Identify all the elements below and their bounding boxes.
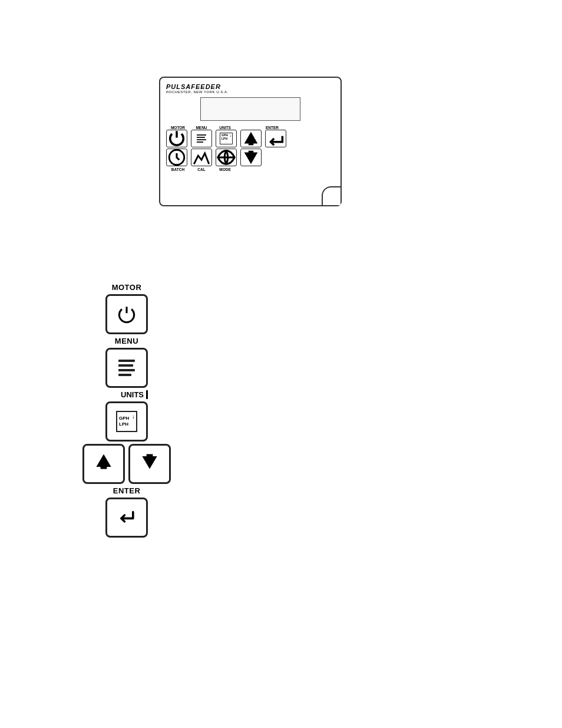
large-buttons-section: MOTOR MENU UNITS GPH LPH (82, 283, 171, 538)
enter-large-label: ENTER (113, 486, 141, 495)
svg-rect-1 (249, 140, 254, 146)
up-arrow-icon (93, 451, 114, 477)
cal-label-sm: CAL (190, 167, 213, 172)
enter-icon (116, 505, 137, 531)
enter-button-large[interactable] (105, 498, 148, 538)
units-label-wrap: UNITS (105, 390, 148, 399)
gph-text: GPH (119, 416, 129, 421)
svg-rect-9 (147, 454, 153, 459)
empty-sm (265, 149, 286, 166)
motor-button-large[interactable] (105, 294, 148, 334)
menu-button-sm[interactable] (191, 130, 212, 147)
down-button-large[interactable] (128, 444, 171, 484)
up-down-row (82, 444, 171, 484)
cal-button-sm[interactable] (191, 149, 212, 166)
batch-label-sm: BATCH (166, 167, 190, 172)
units-button-large[interactable]: GPH LPH (105, 401, 148, 442)
brand-name: PULSAFEEDER (166, 84, 335, 90)
lph-text: LPH (119, 421, 128, 427)
down-arrow-icon (139, 451, 160, 477)
menu-label-sm: MENU (190, 126, 213, 130)
enter-button-sm[interactable] (265, 130, 286, 147)
lcd-display (200, 97, 300, 121)
menu-large-label: MENU (115, 337, 138, 345)
motor-large-label: MOTOR (112, 283, 142, 292)
svg-rect-7 (101, 464, 107, 469)
menu-button-large[interactable] (105, 348, 148, 388)
device-panel: PULSAFEEDER ROCHESTER, NEW YORK U.S.A. M… (159, 77, 342, 206)
units-label-sm: UNITS (213, 126, 237, 130)
batch-button-sm[interactable] (166, 149, 187, 166)
units-large-label: UNITS (121, 390, 148, 399)
power-icon (116, 304, 137, 325)
units-button-sm[interactable]: GPHLPH (216, 130, 237, 147)
mode-label-sm: MODE (213, 167, 237, 172)
motor-button-sm[interactable] (166, 130, 187, 147)
mode-button-sm[interactable] (216, 149, 237, 166)
brand-sub: ROCHESTER, NEW YORK U.S.A. (166, 90, 335, 94)
up-button-large[interactable] (82, 444, 125, 484)
down-button-sm[interactable] (240, 149, 262, 166)
units-icon: GPH LPH (116, 411, 137, 432)
menu-icon (116, 357, 137, 378)
up-button-sm[interactable] (240, 130, 262, 147)
svg-rect-5 (249, 151, 254, 156)
